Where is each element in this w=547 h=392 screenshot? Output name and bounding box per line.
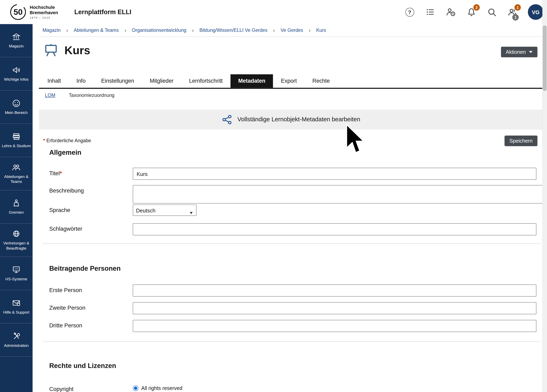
people-group-icon (12, 163, 21, 172)
actions-button[interactable]: Aktionen (501, 47, 537, 57)
breadcrumb-item[interactable]: Organisationsentwicklung (132, 27, 186, 33)
top-bar: 50 Hochschule Bremerhaven 1975 – 2025 Le… (0, 0, 547, 24)
titel-input[interactable] (133, 168, 537, 180)
chevron-right-icon: › (273, 27, 275, 33)
app-title: Lernplattform ELLI (74, 0, 131, 24)
sidebar-item-wichtige-infos[interactable]: Wichtige Infos (0, 57, 33, 90)
tab-einstellungen[interactable]: Einstellungen (93, 74, 142, 88)
sidebar-label: Hilfe & Support (2, 310, 30, 315)
breadcrumb-item[interactable]: Ve Gerdes (280, 27, 303, 33)
breadcrumb-item[interactable]: Bildung/Wissen/ELLI Ve Gerdes (199, 27, 267, 33)
form-row-sprache: Sprache Deutsch (49, 205, 537, 216)
zweite-person-input[interactable] (133, 302, 537, 314)
copyright-option: All rights reserved (133, 384, 537, 391)
subtab-bar: LOM Taxonomiezuordnung (45, 93, 115, 98)
tab-lernfortschritt[interactable]: Lernfortschritt (181, 74, 230, 88)
app-screen: 50 Hochschule Bremerhaven 1975 – 2025 Le… (0, 0, 547, 392)
section-divider (43, 243, 541, 244)
contacts-badge: 1 (514, 4, 521, 11)
contacts-sub-badge: 1 (512, 14, 519, 20)
tab-metadaten[interactable]: Metadaten (230, 74, 273, 88)
save-button-label: Speichern (509, 138, 533, 144)
edit-full-metadata-banner[interactable]: Vollständige Lernobjekt-Metadaten bearbe… (39, 110, 542, 130)
svg-text:50: 50 (14, 7, 23, 16)
bell-badge: 2 (473, 4, 480, 11)
breadcrumb-item-current[interactable]: Kurs (316, 27, 326, 33)
chevron-right-icon: › (124, 27, 126, 33)
contacts-icon[interactable]: 1 1 (507, 7, 517, 17)
course-icon (43, 42, 59, 58)
smiley-icon (12, 99, 21, 108)
lectern-icon (12, 199, 21, 208)
section-heading-allgemein: Allgemein (49, 149, 82, 156)
tab-info[interactable]: Info (68, 74, 93, 88)
breadcrumb: Magazin › Abteilungen & Teams › Organisa… (39, 24, 542, 37)
zweite-person-label: Zweite Person (49, 305, 85, 311)
sidebar-item-gremien[interactable]: Gremien (0, 190, 33, 224)
sidebar-item-mein-bereich[interactable]: Mein Bereich (0, 90, 33, 124)
subtab-lom[interactable]: LOM (45, 93, 55, 98)
sidebar-item-administration[interactable]: Administration (0, 324, 33, 357)
sidebar-label: Wichtige Infos (3, 77, 30, 82)
sidebar-label: HS-Systeme (4, 277, 28, 282)
erste-person-input[interactable] (133, 284, 537, 297)
actions-button-label: Aktionen (506, 49, 526, 55)
beschreibung-textarea[interactable] (133, 185, 542, 203)
subtab-taxonomiezuordnung[interactable]: Taxonomiezuordnung (69, 93, 115, 98)
university-logo: 50 Hochschule Bremerhaven 1975 – 2025 (9, 3, 58, 20)
sidebar-label: Abteilungen & Teams (0, 175, 33, 184)
form-row-beschreibung: Beschreibung (49, 185, 537, 205)
todo-list-icon[interactable] (425, 7, 435, 17)
breadcrumb-item[interactable]: Magazin (42, 27, 61, 33)
copyright-label: Copyright (49, 386, 74, 392)
logo-text: Hochschule Bremerhaven 1975 – 2025 (30, 5, 58, 19)
main-sidebar: Magazin Wichtige Infos Mein Bereich Lehr… (0, 24, 33, 392)
sidebar-item-hilfe-support[interactable]: Hilfe & Support (0, 290, 33, 324)
sidebar-label: Administration (3, 343, 30, 348)
sidebar-item-abteilungen-teams[interactable]: Abteilungen & Teams (0, 157, 33, 190)
tab-bar: Inhalt Info Einstellungen Mitglieder Ler… (40, 74, 542, 88)
monitor-icon (12, 265, 21, 274)
scrollbar-track[interactable] (542, 0, 547, 392)
globe-icon (12, 230, 21, 239)
save-button[interactable]: Speichern (505, 135, 538, 146)
dritte-person-input[interactable] (133, 320, 537, 332)
beschreibung-label: Beschreibung (49, 188, 84, 194)
sidebar-label: Gremien (8, 210, 25, 215)
page-header: Kurs (43, 42, 90, 58)
titel-label: Titel* (49, 170, 62, 176)
tab-inhalt[interactable]: Inhalt (40, 74, 68, 88)
sidebar-label: Magazin (8, 44, 25, 49)
tools-icon (12, 332, 21, 341)
sidebar-item-hs-systeme[interactable]: HS-Systeme (0, 257, 33, 290)
page-title: Kurs (64, 44, 90, 57)
help-icon[interactable]: ? (405, 7, 415, 17)
tab-mitglieder[interactable]: Mitglieder (142, 74, 181, 88)
copyright-radio[interactable] (133, 385, 139, 391)
sidebar-item-lehre-studium[interactable]: Lehre & Studium (0, 124, 33, 157)
sidebar-item-magazin[interactable]: Magazin (0, 24, 33, 57)
section-heading-rechte: Rechte und Lizenzen (49, 362, 116, 370)
breadcrumb-item[interactable]: Abteilungen & Teams (74, 27, 119, 33)
copyright-option-label: All rights reserved (141, 385, 182, 391)
tab-export[interactable]: Export (273, 74, 305, 88)
help-glyph: ? (408, 9, 411, 15)
mail-help-icon (12, 298, 21, 308)
required-marker: * (60, 170, 62, 176)
required-note: * Erforderliche Angabe (43, 138, 91, 143)
topbar-icons: ? (405, 0, 544, 24)
main-content: Magazin › Abteilungen & Teams › Organisa… (33, 24, 542, 392)
sidebar-item-vertretungen-beauftragte[interactable]: Vertretungen & Beauftragte (0, 224, 33, 257)
tab-rechte[interactable]: Rechte (305, 74, 338, 88)
user-pending-icon[interactable] (446, 7, 456, 17)
avatar[interactable]: VG (528, 4, 544, 20)
sprache-select[interactable]: Deutsch (133, 205, 197, 216)
schlagwoerter-input[interactable] (133, 223, 537, 235)
schlagwoerter-label: Schlagwörter (49, 226, 82, 232)
dritte-person-label: Dritte Person (49, 322, 82, 329)
search-icon[interactable] (487, 7, 497, 17)
notifications-bell-icon[interactable]: 2 (466, 7, 476, 17)
tab-underline (39, 88, 542, 89)
chevron-right-icon: › (66, 27, 68, 33)
scrollbar-thumb[interactable] (543, 26, 547, 91)
